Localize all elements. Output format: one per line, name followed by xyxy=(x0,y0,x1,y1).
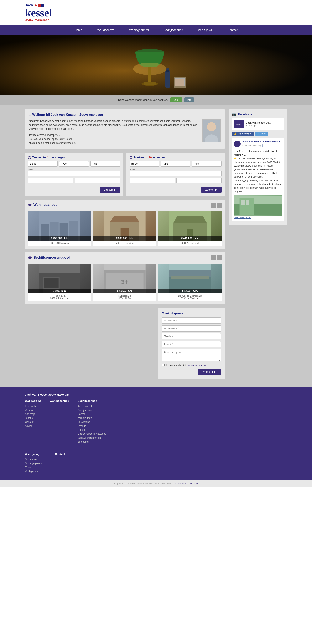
footer-link-horeca[interactable]: Horeca xyxy=(78,413,86,416)
property-price-3: € 445.000,- k.k. xyxy=(158,236,221,240)
cookie-ok-button[interactable]: Oke xyxy=(170,98,182,102)
svg-rect-4 xyxy=(144,82,156,86)
search-woningen-box: Zoeken in 14 woningen Beide Koop Huur Ty… xyxy=(25,152,123,196)
footer-link-overige[interactable]: Overige xyxy=(78,424,86,428)
footer-col4-list: Onze visie Onze gegevens Contact Vestigi… xyxy=(25,458,43,473)
footer-link-aankoop[interactable]: Aankoop xyxy=(25,413,35,416)
cookie-info-button[interactable]: Info xyxy=(184,98,194,102)
svg-text:3+: 3+ xyxy=(121,278,128,285)
bedrijf-address-1: Haakrik 3 a 5331 KG Kerkdriel xyxy=(28,293,91,301)
facebook-follow-button[interactable]: 👍 Pagina volgen xyxy=(232,132,254,136)
bedrijf-card-3[interactable]: € 1.650,- p.m. De tweede Geerden 29 5334… xyxy=(158,264,221,301)
nav-wie-zijn-wij[interactable]: Wie zijn wij xyxy=(191,25,220,34)
footer-link-advies[interactable]: Advies xyxy=(25,424,33,428)
property-address-2: 5331 TN Kerkdriel xyxy=(93,240,156,246)
bedrijf-address-2: Ruithoek 3 a 4004 JN Tiel xyxy=(93,293,156,301)
achternaam-input[interactable] xyxy=(162,325,221,332)
welcome-title: ≡ Welkom bij Jack van Kessel - Jouw make… xyxy=(29,113,221,116)
straat-label: Straat xyxy=(28,168,34,171)
search-objecten-prijs-select[interactable]: Prijs xyxy=(192,161,221,166)
privacy-link[interactable]: privacyverklaring xyxy=(188,364,206,366)
search-woningen-extra1-select[interactable] xyxy=(28,178,73,183)
property-card-2[interactable]: € 369.000,- k.k. 5331 TN Kerkdriel xyxy=(93,212,156,246)
footer-link-verkoop[interactable]: Verkoop xyxy=(25,409,34,412)
nav-woningaanbod[interactable]: Woningaanbod xyxy=(122,25,156,34)
footer-link-vestigingen[interactable]: Vestigingen xyxy=(25,470,38,473)
search-objecten-extra2-select[interactable] xyxy=(176,178,221,183)
search-objecten-type-select[interactable]: Beide xyxy=(130,161,159,166)
contact-info: Taxatie of Verkoopgesprek ? Bel Jack van… xyxy=(29,133,199,145)
voornaam-input[interactable] xyxy=(162,318,221,324)
search-woningen-extra2-select[interactable] xyxy=(75,178,120,183)
bedrijf-card-1[interactable]: € 800,- p.m. Haakrik 3 a 5331 KG Kerkdri… xyxy=(28,264,91,301)
search-woningen-prijs-select[interactable]: Prijs xyxy=(91,161,120,166)
nav-bedrijfsaanbod[interactable]: Bedrijfsaanbod xyxy=(156,25,191,34)
footer-link-introductie[interactable]: Introductie xyxy=(25,405,37,408)
woningaanbod-next-button[interactable]: › xyxy=(216,203,221,208)
svg-rect-5 xyxy=(165,71,170,88)
footer-link-contact-wie[interactable]: Contact xyxy=(25,466,34,469)
house-icon-bedrijfsaanbod xyxy=(28,256,32,259)
bedrijf-card-2[interactable]: 3+ € 4.250,- p.m. Ruithoek 3 a 4004 JN T… xyxy=(93,264,156,301)
footer-col-wat-doen-we: Wat doen we Introductie Verkoop Aankoop … xyxy=(25,399,41,444)
disclaimer-link[interactable]: Disclaimer xyxy=(175,482,186,485)
svg-point-7 xyxy=(166,70,170,72)
main-content: ≡ Welkom bij Jack van Kessel - Jouw make… xyxy=(0,105,312,387)
footer-link-gegevens[interactable]: Onze gegevens xyxy=(25,462,43,465)
opmerkingen-input[interactable] xyxy=(162,349,221,362)
facebook-post-image xyxy=(234,195,282,216)
footer-link-bouwgrond[interactable]: Bouwgrond xyxy=(78,420,90,424)
bedrijf-price-2: € 4.250,- p.m. xyxy=(93,289,156,293)
search-woningen-button[interactable]: Zoeken ▶ xyxy=(100,187,120,193)
nav-home[interactable]: Home xyxy=(67,25,90,34)
footer-link-visie[interactable]: Onze visie xyxy=(25,458,37,461)
privacy-footer-link[interactable]: Privacy xyxy=(190,482,198,485)
footer-link-maatschappelijk[interactable]: Maatschappelijk vastgoed xyxy=(78,432,106,435)
woningaanbod-prev-button[interactable]: ‹ xyxy=(211,203,216,208)
privacy-checkbox[interactable] xyxy=(162,364,165,366)
nav-contact[interactable]: Contact xyxy=(220,25,245,34)
bedrijfsaanbod-title: Bedrijfsonroerendgoed xyxy=(28,256,70,260)
search-woningen-soort-select[interactable]: Type xyxy=(59,161,89,166)
email-input[interactable] xyxy=(162,341,221,347)
footer-col2-title: Woningaanbod xyxy=(50,399,69,402)
footer-link-bedrijfsruimte[interactable]: Bedrijfsruimte xyxy=(78,409,93,412)
facebook-more-link[interactable]: Meer weergeven xyxy=(234,216,251,219)
facebook-share-button[interactable]: ↗ Delen xyxy=(255,132,268,136)
facebook-followers: 377 volgers xyxy=(246,124,282,127)
footer-link-verhuur[interactable]: Verhuur buitenterrein xyxy=(78,436,101,439)
footer-link-leisure[interactable]: Leisure xyxy=(78,428,86,431)
search-objecten-soort-select[interactable]: Type xyxy=(161,161,190,166)
footer-link-belegging[interactable]: Belegging xyxy=(78,440,89,443)
property-address-3: 5331 AJ Kerkdriel xyxy=(158,240,221,246)
nav-wat-doen-we[interactable]: Wat doen we xyxy=(90,25,122,34)
bedrijfsaanbod-prev-button[interactable]: ‹ xyxy=(211,256,216,260)
facebook-avatar xyxy=(234,140,241,147)
property-card-1[interactable]: € 259.000,- k.k. 3331 RN Dordrecht xyxy=(28,212,91,246)
search-woningen-straat-label: Straat xyxy=(28,168,120,176)
facebook-post-header: Jack van Kessel Jouw Makelaar afgelopen … xyxy=(234,140,282,148)
footer: Jack van Kessel Jouw Makelaar Wat doen w… xyxy=(0,387,312,480)
footer-col3-title: Bedrijfsaanbod xyxy=(78,399,106,402)
property-price-2: € 369.000,- k.k. xyxy=(93,236,156,240)
search-woningen-type-row: Beide Koop Huur Type Prijs xyxy=(28,161,120,166)
footer-link-taxatie[interactable]: Taxatie xyxy=(25,416,33,420)
footer-link-kantoorruimte[interactable]: Kantoorruimte xyxy=(78,405,93,408)
submit-arrow-icon: ▶ xyxy=(214,370,216,373)
property-image-2: € 369.000,- k.k. xyxy=(93,212,156,240)
footer-link-contact-wat[interactable]: Contact xyxy=(25,420,34,424)
search-objecten-extra1-select[interactable] xyxy=(130,178,175,183)
bedrijf-image-3: € 1.650,- p.m. xyxy=(158,264,221,293)
search-woningen-type-select[interactable]: Beide Koop Huur xyxy=(28,161,58,166)
telefoon-input[interactable] xyxy=(162,333,221,340)
bedrijfsaanbod-next-button[interactable]: › xyxy=(216,256,221,260)
property-card-3[interactable]: € 445.000,- k.k. 5331 AJ Kerkdriel xyxy=(158,212,221,246)
submit-button[interactable]: Verstuur ▶ xyxy=(198,368,221,375)
hero-banner xyxy=(0,34,312,95)
search-objecten-button[interactable]: Zoeken ▶ xyxy=(201,187,221,193)
footer-link-winkelruimte[interactable]: Winkelruimte xyxy=(78,416,92,420)
lamp-svg xyxy=(125,38,187,92)
search-woningen-straat-input[interactable] xyxy=(28,171,120,176)
search-objecten-straat-input[interactable] xyxy=(130,171,222,176)
property-price-1: € 259.000,- k.k. xyxy=(28,236,91,240)
